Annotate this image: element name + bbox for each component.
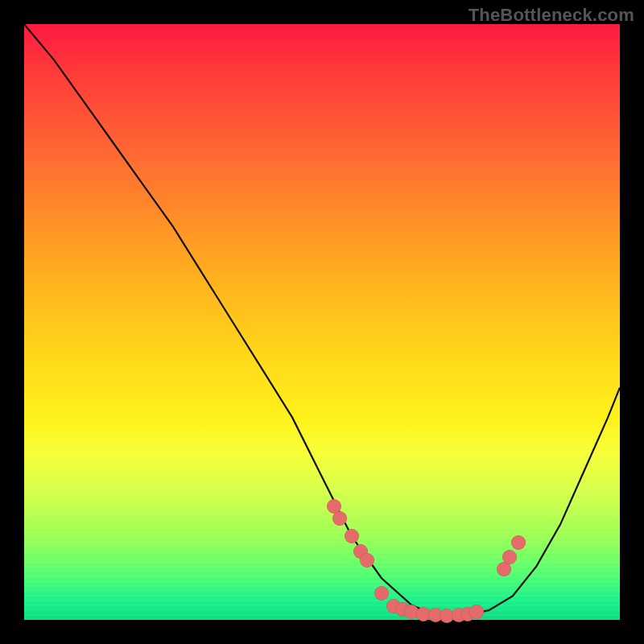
curve-layer xyxy=(24,24,620,620)
data-point xyxy=(502,550,517,564)
watermark-label: TheBottleneck.com xyxy=(469,5,634,26)
chart-stage: TheBottleneck.com xyxy=(0,0,644,644)
data-point xyxy=(345,529,359,543)
data-point xyxy=(332,511,347,526)
gradient-stripes xyxy=(24,489,620,620)
data-point xyxy=(374,586,389,601)
data-point xyxy=(360,553,374,568)
data-point xyxy=(469,605,484,619)
bottleneck-curve xyxy=(24,24,620,616)
data-point xyxy=(511,535,526,550)
plot-area xyxy=(24,24,620,620)
